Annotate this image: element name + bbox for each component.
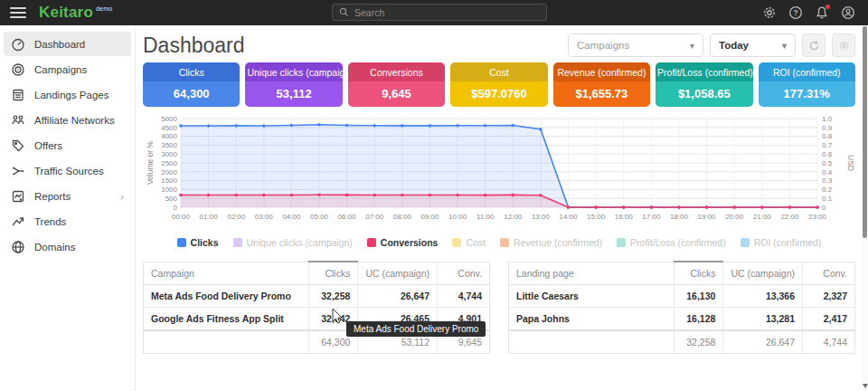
- svg-text:01:00: 01:00: [200, 213, 219, 221]
- legend-swatch: [177, 238, 186, 247]
- svg-text:00:00: 00:00: [172, 213, 191, 221]
- legend-item-cost[interactable]: Cost: [452, 237, 486, 248]
- legend-label: Profit/Loss (confirmed): [630, 237, 726, 248]
- sidebar-item-domains[interactable]: Domains: [4, 234, 131, 259]
- total-value: 4,744: [803, 330, 855, 354]
- sidebar-item-label: Affiliate Networks: [34, 115, 115, 126]
- svg-text:16:00: 16:00: [615, 213, 634, 221]
- table-row[interactable]: Papa Johns16,12813,2812,417: [509, 308, 855, 331]
- account-icon[interactable]: [841, 5, 855, 20]
- svg-text:02:00: 02:00: [227, 213, 246, 221]
- table-row[interactable]: Meta Ads Food Delivery Promo32,25826,647…: [144, 285, 490, 308]
- metric-value: $1,058.65: [656, 81, 752, 107]
- campaigns-target-icon: [11, 62, 25, 77]
- menu-hamburger-icon[interactable]: [10, 7, 26, 18]
- column-header[interactable]: UC (campaign): [723, 262, 803, 285]
- legend-item-clicks[interactable]: Clicks: [177, 237, 219, 248]
- svg-text:08:00: 08:00: [393, 213, 412, 221]
- settings-gear-icon[interactable]: [762, 5, 777, 20]
- table-row[interactable]: Little Caesars16,13013,3662,327: [509, 285, 855, 308]
- row-value: 26,647: [358, 285, 438, 308]
- svg-text:?: ?: [793, 8, 797, 17]
- metric-card-1[interactable]: Unique clicks (campaign)53,112: [245, 62, 342, 107]
- column-header[interactable]: Conv.: [438, 262, 490, 285]
- notification-badge: [826, 5, 830, 9]
- legend-item-profit-loss-confirmed-[interactable]: Profit/Loss (confirmed): [617, 237, 726, 248]
- campaigns-filter-select[interactable]: Campaigns ▾: [568, 33, 703, 57]
- reports-icon: [11, 189, 25, 204]
- legend-item-roi-confirmed-[interactable]: ROI (confirmed): [741, 237, 822, 248]
- campaigns-table: CampaignClicksUC (campaign)Conv.Meta Ads…: [143, 261, 490, 354]
- svg-text:04:00: 04:00: [282, 213, 301, 221]
- totals-row: 32,25826,6474,744: [509, 330, 855, 354]
- brand-logo[interactable]: Keitarodemo: [39, 4, 112, 22]
- sidebar-item-offers[interactable]: Offers: [4, 133, 131, 157]
- metric-label: Cost: [450, 62, 547, 81]
- affiliate-networks-icon: [11, 113, 25, 128]
- sidebar-item-traffic-sources[interactable]: Traffic Sources: [4, 158, 131, 183]
- svg-text:1500: 1500: [161, 176, 177, 185]
- refresh-button[interactable]: [802, 33, 826, 57]
- column-header[interactable]: Landing page: [509, 262, 675, 285]
- metric-card-2[interactable]: Conversions9,645: [348, 62, 445, 107]
- legend-swatch: [452, 238, 461, 247]
- svg-text:14:00: 14:00: [560, 213, 579, 221]
- metric-value: 9,645: [348, 81, 445, 107]
- metric-card-5[interactable]: Profit/Loss (confirmed)$1,058.65: [656, 62, 752, 107]
- notifications-bell-icon[interactable]: [815, 5, 829, 20]
- legend-item-conversions[interactable]: Conversions: [367, 237, 439, 248]
- svg-text:4000: 4000: [161, 132, 177, 140]
- svg-text:03:00: 03:00: [255, 213, 274, 221]
- legend-swatch: [500, 238, 509, 247]
- svg-text:0.7: 0.7: [822, 141, 833, 149]
- svg-text:11:00: 11:00: [476, 213, 495, 221]
- svg-text:13:00: 13:00: [532, 213, 551, 221]
- column-header[interactable]: UC (campaign): [358, 262, 438, 285]
- sidebar-item-campaigns[interactable]: Campaigns: [4, 57, 131, 81]
- column-header[interactable]: Conv.: [803, 262, 855, 285]
- row-name: Meta Ads Food Delivery Promo: [144, 285, 309, 308]
- sidebar-item-affiliate-networks[interactable]: Affiliate Networks: [4, 108, 131, 132]
- row-name: Papa Johns: [509, 308, 675, 331]
- sidebar-item-reports[interactable]: Reports›: [4, 184, 131, 208]
- sidebar-item-trends[interactable]: Trends: [4, 209, 131, 234]
- metric-card-0[interactable]: Clicks64,300: [143, 62, 240, 107]
- scrollbar-down-arrow[interactable]: [862, 383, 868, 389]
- metric-card-3[interactable]: Cost$597.0760: [450, 62, 547, 107]
- row-value: 13,366: [723, 285, 803, 308]
- svg-text:09:00: 09:00: [420, 213, 439, 221]
- legend-label: Clicks: [191, 237, 219, 248]
- metric-card-6[interactable]: ROI (confirmed)177.31%: [759, 62, 855, 107]
- metric-card-4[interactable]: Revenue (confirmed)$1,655.73: [553, 62, 650, 107]
- metric-cards: Clicks64,300Unique clicks (campaign)53,1…: [143, 62, 855, 107]
- legend-label: ROI (confirmed): [754, 237, 822, 248]
- landing-pages-table: Landing pageClicksUC (campaign)Conv.Litt…: [508, 261, 855, 354]
- svg-text:12:00: 12:00: [504, 213, 523, 221]
- sidebar-item-landings-pages[interactable]: Landings Pages: [4, 82, 131, 107]
- legend-item-revenue-confirmed-[interactable]: Revenue (confirmed): [500, 237, 602, 248]
- date-range-select[interactable]: Today ▾: [710, 33, 796, 57]
- sidebar-item-dashboard[interactable]: Dashboard: [4, 32, 131, 56]
- search-input[interactable]: [354, 7, 540, 18]
- column-header[interactable]: Clicks: [309, 262, 358, 285]
- global-search[interactable]: [332, 4, 547, 21]
- metric-value: 53,112: [245, 81, 342, 107]
- column-header[interactable]: Clicks: [675, 262, 723, 285]
- chart-legend: ClicksUnique clicks (campaign)Conversion…: [143, 234, 855, 251]
- help-icon[interactable]: ?: [788, 5, 803, 20]
- scrollbar-thumb[interactable]: [863, 26, 867, 238]
- column-header[interactable]: Campaign: [144, 262, 309, 285]
- dashboard-settings-button[interactable]: [832, 33, 855, 57]
- sidebar-item-label: Trends: [34, 216, 66, 227]
- svg-text:23:00: 23:00: [808, 213, 827, 221]
- page-scrollbar[interactable]: [862, 25, 868, 391]
- traffic-chart: 0500100015002000250030003500400045005000…: [143, 112, 855, 234]
- row-value: 16,130: [675, 285, 723, 308]
- legend-item-unique-clicks-campaign-[interactable]: Unique clicks (campaign): [233, 237, 353, 248]
- svg-text:1000: 1000: [161, 186, 177, 194]
- legend-label: Revenue (confirmed): [514, 237, 602, 248]
- sidebar-item-label: Dashboard: [34, 39, 85, 50]
- legend-swatch: [741, 238, 750, 247]
- svg-text:0.5: 0.5: [822, 159, 833, 167]
- svg-text:05:00: 05:00: [310, 213, 329, 221]
